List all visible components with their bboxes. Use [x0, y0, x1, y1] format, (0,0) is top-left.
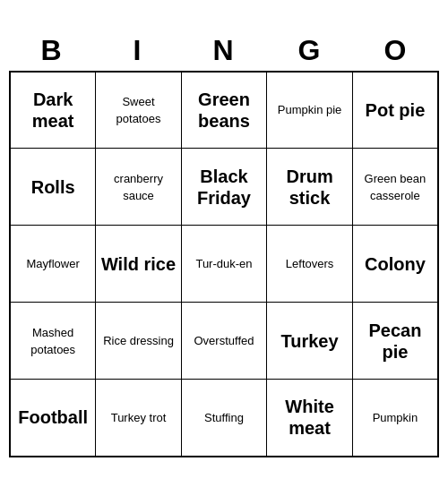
bingo-cell: cranberry sauce — [96, 149, 181, 226]
bingo-cell: Football — [10, 380, 96, 457]
cell-text: Mashed potatoes — [30, 326, 75, 356]
cell-text: Rolls — [31, 177, 75, 197]
cell-text: Black Friday — [197, 167, 251, 208]
bingo-cell: Turkey — [267, 303, 353, 380]
cell-text: Colony — [365, 254, 426, 274]
bingo-cell: Leftovers — [267, 226, 353, 303]
cell-text: Stuffing — [204, 411, 244, 424]
bingo-cell: Colony — [352, 226, 438, 303]
bingo-card: B I N G O Dark meatSweet potatoesGreen b… — [9, 30, 439, 457]
cell-text: Turkey — [281, 331, 339, 351]
cell-text: Rice dressing — [103, 334, 174, 347]
bingo-cell: Pot pie — [352, 72, 438, 149]
bingo-cell: Pumpkin pie — [267, 72, 353, 149]
bingo-cell: Black Friday — [181, 149, 267, 226]
table-row: MayflowerWild riceTur-duk-enLeftoversCol… — [10, 226, 438, 303]
cell-text: Green beans — [198, 90, 250, 131]
bingo-cell: Stuffing — [181, 380, 267, 457]
bingo-cell: Green beans — [181, 72, 267, 149]
table-row: Dark meatSweet potatoesGreen beansPumpki… — [10, 72, 438, 149]
cell-text: Dark meat — [32, 90, 74, 131]
cell-text: Pot pie — [366, 100, 426, 120]
header-g: G — [267, 30, 353, 71]
table-row: Rollscranberry sauceBlack FridayDrum sti… — [10, 149, 438, 226]
cell-text: White meat — [285, 397, 333, 438]
header-b: B — [9, 30, 95, 71]
cell-text: Pumpkin pie — [278, 103, 342, 116]
cell-text: Tur-duk-en — [195, 257, 252, 270]
cell-text: Green bean casserole — [365, 172, 426, 202]
bingo-cell: Rice dressing — [96, 303, 181, 380]
cell-text: Sweet potatoes — [116, 95, 161, 125]
header-n: N — [181, 30, 267, 71]
cell-text: Turkey trot — [111, 411, 167, 424]
header-i: I — [95, 30, 181, 71]
bingo-cell: Rolls — [10, 149, 96, 226]
header-o: O — [353, 30, 439, 71]
bingo-cell: Wild rice — [96, 226, 181, 303]
bingo-header: B I N G O — [9, 30, 439, 71]
cell-text: Leftovers — [286, 257, 333, 270]
bingo-cell: Sweet potatoes — [96, 72, 181, 149]
bingo-cell: Mayflower — [10, 226, 96, 303]
bingo-grid: Dark meatSweet potatoesGreen beansPumpki… — [9, 71, 439, 457]
bingo-cell: Overstuffed — [181, 303, 267, 380]
bingo-cell: Drum stick — [267, 149, 353, 226]
cell-text: cranberry sauce — [114, 172, 163, 202]
cell-text: Wild rice — [101, 254, 176, 274]
cell-text: Overstuffed — [194, 334, 254, 347]
bingo-cell: Dark meat — [10, 72, 96, 149]
cell-text: Pecan pie — [368, 320, 421, 362]
bingo-cell: Tur-duk-en — [181, 226, 267, 303]
cell-text: Mayflower — [27, 257, 80, 270]
bingo-cell: Pumpkin — [352, 380, 438, 457]
cell-text: Pumpkin — [373, 411, 418, 424]
cell-text: Drum stick — [286, 167, 332, 208]
cell-text: Football — [18, 407, 88, 427]
table-row: Mashed potatoesRice dressingOverstuffedT… — [10, 303, 438, 380]
table-row: FootballTurkey trotStuffingWhite meatPum… — [10, 380, 438, 457]
bingo-cell: Green bean casserole — [352, 149, 438, 226]
bingo-cell: Turkey trot — [96, 380, 181, 457]
bingo-cell: Mashed potatoes — [10, 303, 96, 380]
bingo-cell: Pecan pie — [352, 303, 438, 380]
bingo-cell: White meat — [267, 380, 353, 457]
